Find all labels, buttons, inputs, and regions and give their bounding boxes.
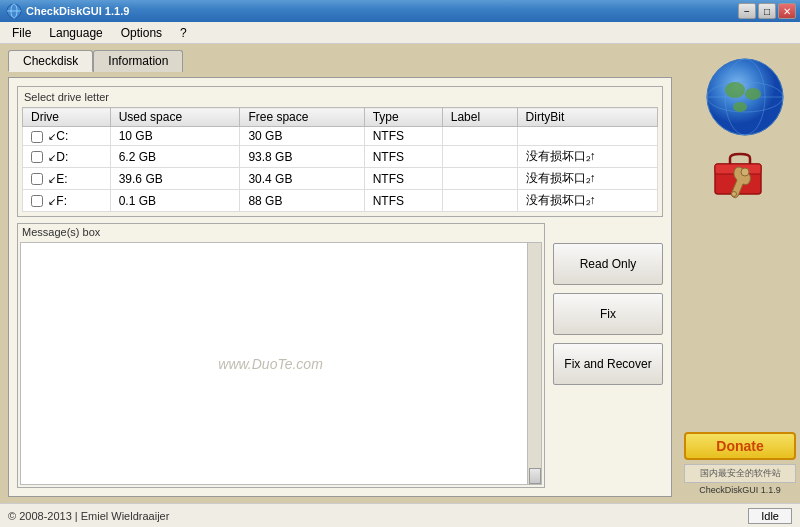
table-row[interactable]: ↙E:39.6 GB30.4 GBNTFS没有损坏口₂↑ — [23, 168, 658, 190]
drive-checkbox-0[interactable] — [31, 131, 43, 143]
title-bar-text: CheckDiskGUI 1.1.9 — [6, 3, 129, 19]
app-icon — [6, 3, 22, 19]
menu-options[interactable]: Options — [113, 24, 170, 42]
main-content: Checkdisk Information Select drive lette… — [0, 44, 680, 503]
table-row[interactable]: ↙C:10 GB30 GBNTFS — [23, 127, 658, 146]
menu-help[interactable]: ? — [172, 24, 195, 42]
messages-box: www.DuoTe.com — [20, 242, 542, 485]
col-used: Used space — [110, 108, 240, 127]
col-type: Type — [364, 108, 442, 127]
col-dirtybit: DirtyBit — [517, 108, 657, 127]
lower-section: Message(s) box www.DuoTe.com Read Only F… — [17, 223, 663, 488]
svg-point-8 — [725, 82, 745, 98]
minimize-button[interactable]: − — [738, 3, 756, 19]
drive-checkbox-3[interactable] — [31, 195, 43, 207]
col-drive: Drive — [23, 108, 111, 127]
fix-and-recover-button[interactable]: Fix and Recover — [553, 343, 663, 385]
drive-table: Drive Used space Free space Type Label D… — [22, 107, 658, 212]
tab-information[interactable]: Information — [93, 50, 183, 72]
site-subtext: 国内最安全的软件站 — [684, 464, 796, 483]
content-area: Select drive letter Drive Used space Fre… — [8, 77, 672, 497]
col-label: Label — [442, 108, 517, 127]
version-label: CheckDiskGUI 1.1.9 — [684, 485, 796, 495]
svg-point-9 — [745, 88, 761, 100]
menu-language[interactable]: Language — [41, 24, 110, 42]
tab-bar: Checkdisk Information — [8, 50, 672, 72]
menu-file[interactable]: File — [4, 24, 39, 42]
drive-section: Select drive letter Drive Used space Fre… — [17, 86, 663, 217]
buttons-panel: Read Only Fix Fix and Recover — [553, 223, 663, 488]
donate-badge[interactable]: Donate — [684, 432, 796, 460]
svg-point-10 — [733, 102, 747, 112]
donate-area: Donate 国内最安全的软件站 CheckDiskGUI 1.1.9 — [684, 432, 796, 495]
fix-button[interactable]: Fix — [553, 293, 663, 335]
tab-checkdisk[interactable]: Checkdisk — [8, 50, 93, 72]
close-button[interactable]: ✕ — [778, 3, 796, 19]
messages-label: Message(s) box — [18, 224, 544, 240]
status-bar: © 2008-2013 | Emiel Wieldraaijer Idle — [0, 503, 800, 527]
drive-checkbox-2[interactable] — [31, 173, 43, 185]
globe-icon — [695, 52, 785, 142]
messages-section: Message(s) box www.DuoTe.com — [17, 223, 545, 488]
col-free: Free space — [240, 108, 364, 127]
drive-checkbox-1[interactable] — [31, 151, 43, 163]
menu-bar: File Language Options ? — [0, 22, 800, 44]
status-text: Idle — [748, 508, 792, 524]
svg-point-13 — [741, 168, 749, 176]
table-row[interactable]: ↙F:0.1 GB88 GBNTFS没有损坏口₂↑ — [23, 190, 658, 212]
right-panel: Donate 国内最安全的软件站 CheckDiskGUI 1.1.9 — [680, 44, 800, 503]
svg-point-14 — [732, 192, 737, 197]
table-row[interactable]: ↙D:6.2 GB93.8 GBNTFS没有损坏口₂↑ — [23, 146, 658, 168]
scroll-thumb[interactable] — [529, 468, 541, 484]
donate-label: Donate — [690, 438, 790, 454]
scrollbar[interactable] — [527, 243, 541, 484]
read-only-button[interactable]: Read Only — [553, 243, 663, 285]
watermark: www.DuoTe.com — [218, 356, 323, 372]
copyright-text: © 2008-2013 | Emiel Wieldraaijer — [8, 510, 169, 522]
maximize-button[interactable]: □ — [758, 3, 776, 19]
title-bar: CheckDiskGUI 1.1.9 − □ ✕ — [0, 0, 800, 22]
title-bar-buttons: − □ ✕ — [738, 3, 796, 19]
drive-section-label: Select drive letter — [22, 91, 658, 103]
toolbox-icon — [710, 146, 770, 204]
